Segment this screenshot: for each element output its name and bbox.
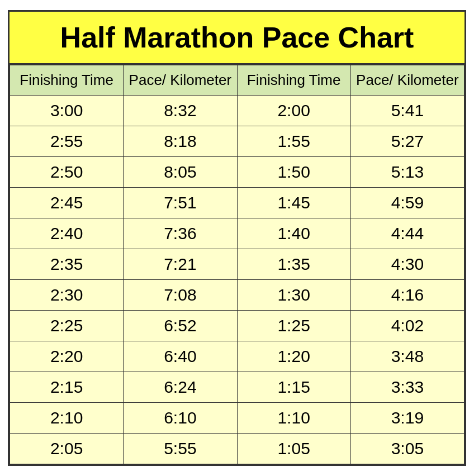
header-pace-km-1: Pace/ Kilometer: [124, 65, 237, 96]
pace-km-left: 8:18: [124, 126, 237, 157]
finishing-time-right: 1:20: [237, 341, 350, 372]
pace-table: Finishing Time Pace/ Kilometer Finishing…: [10, 65, 464, 465]
finishing-time-left: 2:50: [10, 157, 124, 188]
pace-km-right: 5:41: [350, 96, 464, 126]
chart-container: Half Marathon Pace Chart Finishing Time …: [8, 10, 466, 467]
finishing-time-right: 1:50: [237, 157, 350, 188]
finishing-time-left: 2:55: [10, 126, 124, 157]
table-row: 2:457:511:454:59: [10, 188, 464, 218]
table-row: 2:508:051:505:13: [10, 157, 464, 188]
pace-km-left: 6:52: [124, 311, 237, 341]
finishing-time-left: 2:35: [10, 249, 124, 280]
pace-km-right: 4:59: [350, 188, 464, 218]
table-row: 2:558:181:555:27: [10, 126, 464, 157]
table-row: 2:156:241:153:33: [10, 372, 464, 403]
pace-km-right: 5:27: [350, 126, 464, 157]
finishing-time-left: 2:45: [10, 188, 124, 218]
finishing-time-left: 2:40: [10, 218, 124, 249]
finishing-time-left: 2:25: [10, 311, 124, 341]
pace-km-left: 7:21: [124, 249, 237, 280]
finishing-time-right: 1:40: [237, 218, 350, 249]
finishing-time-left: 2:10: [10, 403, 124, 434]
pace-km-right: 3:48: [350, 341, 464, 372]
header-finishing-time-1: Finishing Time: [10, 65, 124, 96]
finishing-time-right: 1:30: [237, 280, 350, 311]
pace-km-left: 8:05: [124, 157, 237, 188]
finishing-time-right: 1:05: [237, 434, 350, 464]
table-row: 2:357:211:354:30: [10, 249, 464, 280]
pace-km-right: 3:19: [350, 403, 464, 434]
finishing-time-right: 1:55: [237, 126, 350, 157]
table-row: 2:307:081:304:16: [10, 280, 464, 311]
pace-km-left: 6:40: [124, 341, 237, 372]
pace-km-right: 5:13: [350, 157, 464, 188]
header-pace-km-2: Pace/ Kilometer: [350, 65, 464, 96]
pace-km-right: 4:16: [350, 280, 464, 311]
pace-km-right: 4:30: [350, 249, 464, 280]
finishing-time-right: 2:00: [237, 96, 350, 126]
pace-km-right: 4:44: [350, 218, 464, 249]
pace-km-left: 6:10: [124, 403, 237, 434]
chart-title: Half Marathon Pace Chart: [10, 12, 464, 65]
pace-km-left: 7:51: [124, 188, 237, 218]
finishing-time-right: 1:10: [237, 403, 350, 434]
finishing-time-right: 1:15: [237, 372, 350, 403]
table-row: 2:256:521:254:02: [10, 311, 464, 341]
finishing-time-right: 1:35: [237, 249, 350, 280]
pace-km-right: 3:33: [350, 372, 464, 403]
finishing-time-right: 1:25: [237, 311, 350, 341]
finishing-time-left: 2:05: [10, 434, 124, 464]
table-row: 2:407:361:404:44: [10, 218, 464, 249]
pace-km-left: 5:55: [124, 434, 237, 464]
finishing-time-right: 1:45: [237, 188, 350, 218]
pace-km-left: 8:32: [124, 96, 237, 126]
finishing-time-left: 3:00: [10, 96, 124, 126]
pace-km-right: 3:05: [350, 434, 464, 464]
table-row: 2:055:551:053:05: [10, 434, 464, 464]
pace-km-left: 6:24: [124, 372, 237, 403]
table-row: 2:106:101:103:19: [10, 403, 464, 434]
finishing-time-left: 2:15: [10, 372, 124, 403]
header-finishing-time-2: Finishing Time: [237, 65, 350, 96]
finishing-time-left: 2:20: [10, 341, 124, 372]
pace-km-right: 4:02: [350, 311, 464, 341]
table-header-row: Finishing Time Pace/ Kilometer Finishing…: [10, 65, 464, 96]
table-row: 3:008:322:005:41: [10, 96, 464, 126]
finishing-time-left: 2:30: [10, 280, 124, 311]
table-row: 2:206:401:203:48: [10, 341, 464, 372]
pace-km-left: 7:36: [124, 218, 237, 249]
pace-km-left: 7:08: [124, 280, 237, 311]
